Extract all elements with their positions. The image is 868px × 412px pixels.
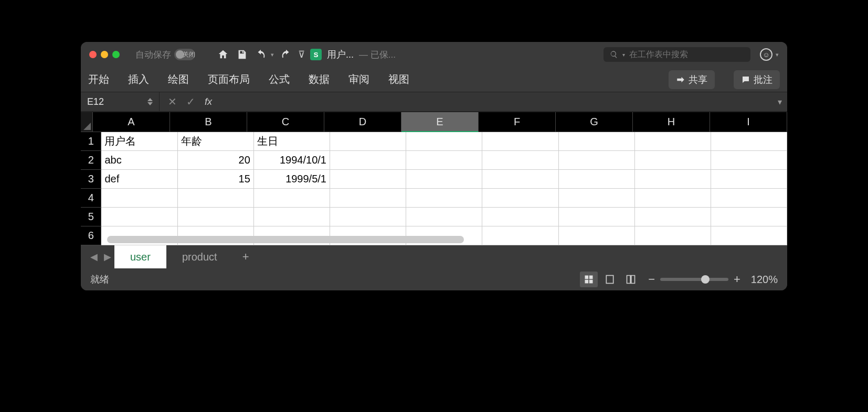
- cell-D2[interactable]: [330, 151, 406, 170]
- cell-H4[interactable]: [635, 189, 711, 208]
- name-box-stepper[interactable]: [147, 98, 153, 105]
- cell-F1[interactable]: [482, 132, 558, 151]
- feedback-icon[interactable]: ☺: [760, 48, 772, 61]
- zoom-slider[interactable]: [660, 278, 728, 281]
- sheet-nav-next[interactable]: ▶: [101, 251, 114, 263]
- ribbon-tab-draw[interactable]: 绘图: [168, 72, 189, 86]
- cell-G5[interactable]: [559, 208, 635, 226]
- home-icon[interactable]: [216, 48, 230, 61]
- cell-G6[interactable]: [559, 226, 635, 245]
- confirm-formula-button[interactable]: ✓: [186, 95, 195, 108]
- cell-F6[interactable]: [482, 226, 558, 245]
- ribbon-tab-data[interactable]: 数据: [309, 72, 330, 86]
- redo-icon[interactable]: [279, 48, 293, 61]
- cell-A5[interactable]: [101, 208, 177, 226]
- cell-B1[interactable]: 年龄: [178, 132, 254, 151]
- cell-E5[interactable]: [406, 208, 482, 226]
- cell-G4[interactable]: [559, 189, 635, 208]
- cell-C4[interactable]: [254, 189, 330, 208]
- cell-C5[interactable]: [254, 208, 330, 226]
- column-header-C[interactable]: C: [247, 112, 324, 132]
- ribbon-tab-view[interactable]: 视图: [388, 72, 409, 86]
- cell-A4[interactable]: [101, 189, 177, 208]
- ribbon-tab-formulas[interactable]: 公式: [269, 72, 290, 86]
- row-header-3[interactable]: 3: [81, 170, 101, 189]
- cell-I3[interactable]: [711, 170, 787, 189]
- column-header-G[interactable]: G: [556, 112, 633, 132]
- cell-A3[interactable]: def: [101, 170, 177, 189]
- cell-E3[interactable]: [406, 170, 482, 189]
- fx-button[interactable]: fx: [205, 96, 212, 107]
- cancel-formula-button[interactable]: ✕: [168, 95, 177, 108]
- horizontal-scrollbar[interactable]: [107, 236, 464, 243]
- cell-D4[interactable]: [330, 189, 406, 208]
- search-input[interactable]: [629, 50, 744, 59]
- cell-G2[interactable]: [559, 151, 635, 170]
- cell-H5[interactable]: [635, 208, 711, 226]
- cell-D5[interactable]: [330, 208, 406, 226]
- feedback-dropdown[interactable]: ▾: [776, 51, 779, 58]
- cell-I2[interactable]: [711, 151, 787, 170]
- cell-H1[interactable]: [635, 132, 711, 151]
- row-header-4[interactable]: 4: [81, 189, 101, 208]
- comment-button[interactable]: 批注: [734, 70, 780, 89]
- undo-icon[interactable]: [254, 48, 268, 61]
- zoom-out-button[interactable]: −: [648, 273, 655, 286]
- ribbon-tab-layout[interactable]: 页面布局: [208, 72, 250, 86]
- cell-D3[interactable]: [330, 170, 406, 189]
- view-page-layout-button[interactable]: [601, 272, 619, 287]
- name-box[interactable]: E12: [81, 92, 160, 111]
- column-header-B[interactable]: B: [170, 112, 247, 132]
- add-sheet-button[interactable]: +: [233, 250, 259, 264]
- zoom-in-button[interactable]: +: [734, 273, 740, 286]
- view-normal-button[interactable]: [580, 272, 598, 287]
- maximize-button[interactable]: [112, 51, 120, 58]
- cell-I5[interactable]: [711, 208, 787, 226]
- cell-G1[interactable]: [559, 132, 635, 151]
- column-header-E[interactable]: E: [401, 112, 479, 132]
- cell-E1[interactable]: [406, 132, 482, 151]
- cell-E2[interactable]: [406, 151, 482, 170]
- row-header-1[interactable]: 1: [81, 132, 101, 151]
- cell-H6[interactable]: [635, 226, 711, 245]
- cell-B5[interactable]: [178, 208, 254, 226]
- close-button[interactable]: [89, 51, 97, 58]
- cell-F5[interactable]: [482, 208, 558, 226]
- save-icon[interactable]: [235, 48, 249, 61]
- sheet-tab-product[interactable]: product: [166, 245, 233, 268]
- cell-A1[interactable]: 用户名: [101, 132, 177, 151]
- row-header-5[interactable]: 5: [81, 208, 101, 226]
- formula-expand-button[interactable]: ▾: [772, 97, 787, 107]
- cell-H3[interactable]: [635, 170, 711, 189]
- cell-B4[interactable]: [178, 189, 254, 208]
- cell-H2[interactable]: [635, 151, 711, 170]
- search-box[interactable]: ▾: [604, 47, 750, 62]
- ribbon-tab-insert[interactable]: 插入: [128, 72, 149, 86]
- column-header-A[interactable]: A: [93, 112, 170, 132]
- minimize-button[interactable]: [101, 51, 108, 58]
- column-header-I[interactable]: I: [710, 112, 787, 132]
- cell-F3[interactable]: [482, 170, 558, 189]
- select-all-corner[interactable]: [81, 112, 93, 132]
- sheet-nav-prev[interactable]: ◀: [87, 251, 101, 263]
- cell-C3[interactable]: 1999/5/1: [254, 170, 330, 189]
- cell-A2[interactable]: abc: [101, 151, 177, 170]
- undo-dropdown[interactable]: ▾: [271, 51, 274, 58]
- cell-B2[interactable]: 20: [178, 151, 254, 170]
- cell-C1[interactable]: 生日: [254, 132, 330, 151]
- quick-access-customize[interactable]: ⊽: [298, 49, 305, 60]
- formula-input[interactable]: [220, 92, 772, 111]
- cell-B3[interactable]: 15: [178, 170, 254, 189]
- row-header-6[interactable]: 6: [81, 226, 101, 245]
- cell-I1[interactable]: [711, 132, 787, 151]
- cell-I4[interactable]: [711, 189, 787, 208]
- cell-G3[interactable]: [559, 170, 635, 189]
- cell-F4[interactable]: [482, 189, 558, 208]
- view-page-break-button[interactable]: [622, 272, 640, 287]
- column-header-F[interactable]: F: [479, 112, 556, 132]
- cell-C2[interactable]: 1994/10/1: [254, 151, 330, 170]
- cell-I6[interactable]: [711, 226, 787, 245]
- ribbon-tab-home[interactable]: 开始: [88, 72, 109, 86]
- row-header-2[interactable]: 2: [81, 151, 101, 170]
- cell-E4[interactable]: [406, 189, 482, 208]
